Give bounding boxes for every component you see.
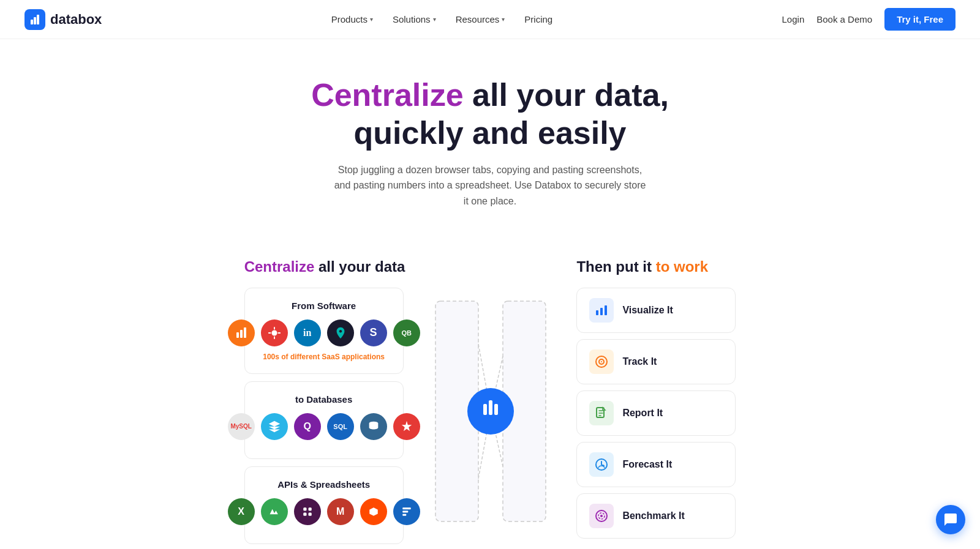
svg-rect-4 <box>240 330 243 338</box>
svg-rect-2 <box>37 15 39 24</box>
nav-solutions[interactable]: Solutions ▾ <box>393 14 436 24</box>
svg-rect-9 <box>308 507 311 510</box>
software-icon-3: in <box>294 319 321 346</box>
right-panel: Then put it to work Visualize It Track I… <box>576 258 736 545</box>
svg-rect-1 <box>34 17 36 24</box>
svg-rect-12 <box>402 507 411 509</box>
logo[interactable]: databox <box>24 9 102 30</box>
svg-point-6 <box>271 330 277 335</box>
software-icon-4 <box>327 319 354 346</box>
chevron-icon: ▾ <box>370 16 373 23</box>
source-card-software: From Software in S QB <box>244 288 404 374</box>
source-card-apis: APIs & Spreadsheets X M <box>244 466 404 544</box>
source-card-title-apis: APIs & Spreadsheets <box>260 479 388 490</box>
feature-track-label: Track It <box>622 356 657 367</box>
nav-products[interactable]: Products ▾ <box>331 14 373 24</box>
nav-resources[interactable]: Resources ▾ <box>456 14 505 24</box>
api-icon-6 <box>393 498 420 525</box>
track-icon <box>589 349 614 374</box>
benchmark-icon <box>589 504 614 528</box>
svg-rect-0 <box>31 20 33 24</box>
svg-rect-25 <box>489 400 492 415</box>
right-title: Then put it to work <box>576 258 736 275</box>
software-icon-6: QB <box>393 319 420 346</box>
source-card-title-databases: to Databases <box>260 394 388 405</box>
api-icons: X M <box>260 498 388 525</box>
hero-section: Centralize all your data, quickly and ea… <box>0 39 980 246</box>
svg-rect-11 <box>308 512 311 515</box>
api-icon-1: X <box>228 498 255 525</box>
software-icon-5: S <box>360 319 387 346</box>
feature-benchmark[interactable]: Benchmark It <box>576 493 736 539</box>
feature-benchmark-label: Benchmark It <box>622 510 684 521</box>
hero-title-purple: Centralize <box>311 77 464 113</box>
software-icon-2 <box>261 319 288 346</box>
svg-rect-26 <box>494 404 498 415</box>
source-card-title-software: From Software <box>260 301 388 311</box>
logo-text: databox <box>50 12 102 28</box>
hero-title: Centralize all your data, quickly and ea… <box>276 76 704 152</box>
api-icon-4: M <box>327 498 354 525</box>
svg-rect-27 <box>596 310 598 315</box>
login-button[interactable]: Login <box>782 14 805 24</box>
feature-visualize-label: Visualize It <box>622 305 673 316</box>
left-panel: Centralize all your data From Software i… <box>244 258 405 549</box>
db-icon-5 <box>360 413 387 440</box>
source-card-databases: to Databases MySQL Q SQL <box>244 381 404 459</box>
svg-rect-5 <box>244 327 246 338</box>
svg-rect-10 <box>303 512 306 515</box>
left-title-purple: Centralize <box>244 258 315 275</box>
software-icons: in S QB <box>260 319 388 346</box>
svg-rect-8 <box>303 507 306 510</box>
connector-area <box>429 258 552 528</box>
right-title-orange: to work <box>656 258 708 275</box>
feature-visualize[interactable]: Visualize It <box>576 288 736 333</box>
feature-report[interactable]: Report It <box>576 390 736 436</box>
db-icon-1: MySQL <box>228 413 255 440</box>
feature-report-label: Report It <box>622 408 663 419</box>
left-title-rest: all your data <box>314 258 405 275</box>
software-icon-1 <box>228 319 255 346</box>
main-section: Centralize all your data From Software i… <box>0 246 980 549</box>
chevron-icon: ▾ <box>433 16 436 23</box>
svg-rect-24 <box>483 404 487 415</box>
hero-subtitle: Stop juggling a dozen browser tabs, copy… <box>331 162 649 209</box>
chevron-icon: ▾ <box>502 16 505 23</box>
database-icons: MySQL Q SQL <box>260 413 388 440</box>
chat-bubble[interactable] <box>936 505 965 534</box>
software-link[interactable]: 100s of different SaaS applications <box>260 353 388 361</box>
api-icon-3 <box>294 498 321 525</box>
svg-rect-14 <box>402 514 406 515</box>
right-title-plain: Then put it <box>576 258 655 275</box>
svg-rect-13 <box>402 510 408 512</box>
try-free-button[interactable]: Try it, Free <box>884 8 956 31</box>
nav-links: Products ▾ Solutions ▾ Resources ▾ Prici… <box>331 14 552 24</box>
api-icon-5 <box>360 498 387 525</box>
svg-point-38 <box>600 515 603 517</box>
feature-forecast[interactable]: Forecast It <box>576 442 736 487</box>
logo-icon <box>24 9 45 30</box>
navbar: databox Products ▾ Solutions ▾ Resources… <box>0 0 980 39</box>
left-title: Centralize all your data <box>244 258 405 275</box>
svg-rect-3 <box>236 332 239 338</box>
nav-pricing[interactable]: Pricing <box>524 14 552 24</box>
feature-track[interactable]: Track It <box>576 339 736 384</box>
report-icon <box>589 401 614 425</box>
visualize-icon <box>589 298 614 323</box>
db-icon-3: Q <box>294 413 321 440</box>
db-icon-6 <box>393 413 420 440</box>
feature-forecast-label: Forecast It <box>622 459 672 470</box>
svg-rect-28 <box>600 308 603 315</box>
forecast-icon <box>589 452 614 477</box>
book-demo-button[interactable]: Book a Demo <box>816 14 872 24</box>
nav-right: Login Book a Demo Try it, Free <box>782 8 956 31</box>
db-icon-4: SQL <box>327 413 354 440</box>
db-icon-2 <box>261 413 288 440</box>
api-icon-2 <box>261 498 288 525</box>
svg-rect-29 <box>605 305 607 315</box>
svg-point-32 <box>601 361 602 362</box>
